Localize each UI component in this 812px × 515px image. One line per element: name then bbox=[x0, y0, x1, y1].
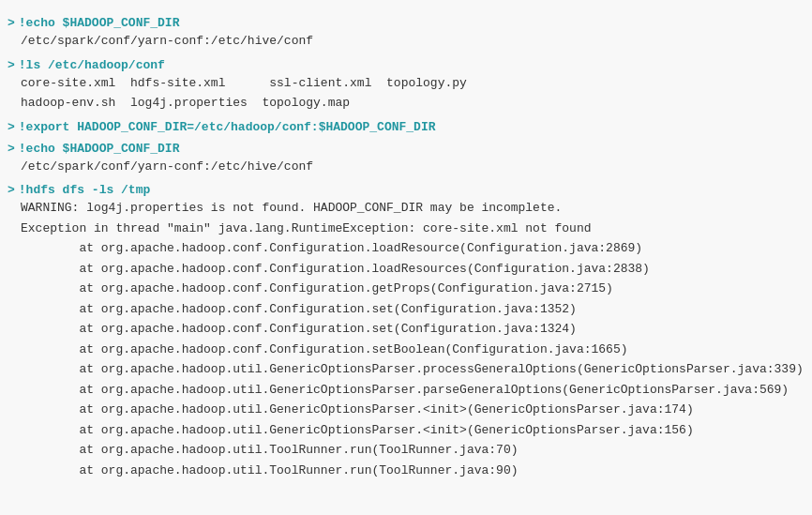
output-5-13: at org.apache.hadoop.util.ToolRunner.run… bbox=[0, 461, 812, 481]
command-text-1: !echo $HADOOP_CONF_DIR bbox=[19, 16, 180, 30]
output-5-4: at org.apache.hadoop.conf.Configuration.… bbox=[0, 279, 812, 299]
block-5: > !hdfs dfs -ls /tmp WARNING: log4j.prop… bbox=[0, 182, 812, 480]
output-5-6: at org.apache.hadoop.conf.Configuration.… bbox=[0, 319, 812, 340]
command-line-4: > !echo $HADOOP_CONF_DIR bbox=[0, 141, 812, 157]
block-1: > !echo $HADOOP_CONF_DIR /etc/spark/conf… bbox=[0, 15, 812, 52]
command-line-1: > !echo $HADOOP_CONF_DIR bbox=[0, 15, 812, 31]
output-5-1: Exception in thread "main" java.lang.Run… bbox=[0, 219, 812, 239]
output-5-11: at org.apache.hadoop.util.GenericOptions… bbox=[0, 420, 812, 441]
command-text-3: !export HADOOP_CONF_DIR=/etc/hadoop/conf… bbox=[19, 120, 436, 134]
output-1-0: /etc/spark/conf/yarn-conf:/etc/hive/conf bbox=[0, 31, 812, 52]
block-2: > !ls /etc/hadoop/conf core-site.xml hdf… bbox=[0, 57, 812, 114]
output-5-12: at org.apache.hadoop.util.ToolRunner.run… bbox=[0, 440, 812, 461]
output-5-5: at org.apache.hadoop.conf.Configuration.… bbox=[0, 299, 812, 320]
prompt-3: > bbox=[8, 120, 15, 134]
output-5-10: at org.apache.hadoop.util.GenericOptions… bbox=[0, 400, 812, 420]
command-line-5: > !hdfs dfs -ls /tmp bbox=[0, 182, 812, 198]
prompt-2: > bbox=[8, 58, 15, 72]
terminal-container: > !echo $HADOOP_CONF_DIR /etc/spark/conf… bbox=[0, 0, 812, 495]
output-5-7: at org.apache.hadoop.conf.Configuration.… bbox=[0, 340, 812, 360]
output-2-1: hadoop-env.sh log4j.properties topology.… bbox=[0, 93, 812, 114]
prompt-5: > bbox=[8, 183, 15, 197]
command-text-5: !hdfs dfs -ls /tmp bbox=[19, 183, 150, 197]
block-3: > !export HADOOP_CONF_DIR=/etc/hadoop/co… bbox=[0, 119, 812, 135]
command-line-3: > !export HADOOP_CONF_DIR=/etc/hadoop/co… bbox=[0, 119, 812, 135]
output-5-8: at org.apache.hadoop.util.GenericOptions… bbox=[0, 359, 812, 380]
output-4-0: /etc/spark/conf/yarn-conf:/etc/hive/conf bbox=[0, 157, 812, 177]
command-text-4: !echo $HADOOP_CONF_DIR bbox=[19, 142, 180, 156]
output-2-0: core-site.xml hdfs-site.xml ssl-client.x… bbox=[0, 73, 812, 94]
prompt-1: > bbox=[8, 16, 15, 30]
command-text-2: !ls /etc/hadoop/conf bbox=[19, 58, 165, 72]
output-5-2: at org.apache.hadoop.conf.Configuration.… bbox=[0, 238, 812, 259]
output-5-9: at org.apache.hadoop.util.GenericOptions… bbox=[0, 380, 812, 401]
command-line-2: > !ls /etc/hadoop/conf bbox=[0, 57, 812, 73]
output-5-0: WARNING: log4j.properties is not found. … bbox=[0, 198, 812, 219]
block-4: > !echo $HADOOP_CONF_DIR /etc/spark/conf… bbox=[0, 141, 812, 177]
prompt-4: > bbox=[8, 142, 15, 156]
output-5-3: at org.apache.hadoop.conf.Configuration.… bbox=[0, 259, 812, 280]
